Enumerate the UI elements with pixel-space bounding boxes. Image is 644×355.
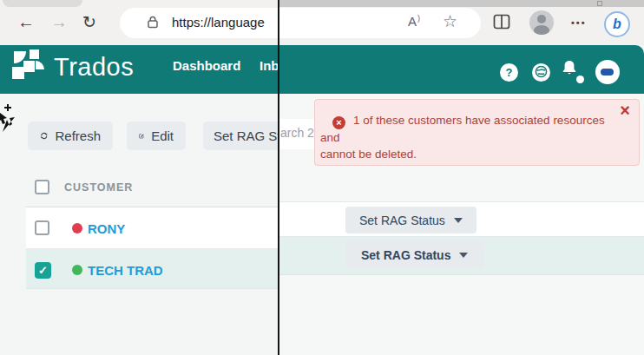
avatar-image: [601, 69, 614, 76]
read-aloud-arc: ): [417, 14, 420, 23]
brand-name[interactable]: Trados: [54, 53, 134, 82]
customer-link[interactable]: TECH TRAD: [88, 263, 163, 278]
notification-dot: [576, 76, 584, 83]
chevron-down-icon: [454, 218, 463, 223]
logo-shape: [23, 61, 35, 72]
edit-label: Edit: [151, 128, 174, 143]
help-icon[interactable]: ?: [500, 63, 518, 82]
mouse-cursor-icon: [0, 102, 17, 137]
row-checkbox[interactable]: [35, 220, 49, 235]
screenshot-root: ← → ↻ https://language A) ☆ ••• b Trados…: [0, 0, 644, 355]
rag-status-dot-green: [72, 265, 82, 275]
alert-line2: cannot be deleted.: [320, 148, 417, 161]
read-aloud-icon[interactable]: A): [408, 14, 419, 29]
overlay-window: arch 2 × ×1 of these customers have asso…: [279, 94, 644, 355]
table-row[interactable]: ✓ TECH TRAD: [26, 249, 278, 289]
nav-inbox[interactable]: Inb: [260, 58, 279, 73]
avatar-body: [534, 25, 549, 35]
overlay-table-row[interactable]: Set RAG Status: [279, 201, 644, 237]
trados-logo-icon[interactable]: [12, 49, 47, 88]
set-rag-status-dropdown[interactable]: Set RAG Status: [345, 207, 476, 233]
edit-button[interactable]: Edit: [127, 122, 186, 150]
refresh-label: Refresh: [55, 128, 101, 143]
customer-link[interactable]: RONY: [88, 221, 125, 236]
set-rag-label: Set RAG Stat: [214, 128, 281, 143]
read-aloud-letter: A: [408, 14, 417, 29]
alert-message: ×1 of these customers have associated re…: [315, 100, 639, 162]
customers-page: Refresh Edit Set RAG Stat CUSTOMER RONY …: [0, 94, 278, 355]
forward-icon: →: [50, 12, 68, 32]
app-header: Trados Dashboard Inb ?: [0, 45, 644, 94]
split-screen-icon[interactable]: [493, 14, 510, 33]
overlay-window-titlebar: [279, 0, 644, 7]
notifications-bell-icon[interactable]: [560, 59, 586, 85]
bing-chat-icon[interactable]: b: [604, 11, 630, 37]
avatar-head: [537, 15, 546, 23]
refresh-button[interactable]: Refresh: [28, 122, 113, 150]
refresh-icon: [40, 129, 48, 142]
alert-close-icon[interactable]: ×: [620, 101, 630, 120]
logo-shape: [36, 61, 44, 69]
favorite-star-icon[interactable]: ☆: [443, 11, 457, 31]
browser-profile-avatar[interactable]: [529, 10, 554, 35]
set-rag-status-toolbar-button[interactable]: Set RAG Stat: [203, 122, 281, 150]
browser-tab[interactable]: [3, 0, 82, 7]
select-all-checkbox[interactable]: [35, 180, 49, 194]
row-checkbox-checked[interactable]: ✓: [35, 262, 51, 279]
browser-menu-icon[interactable]: •••: [571, 17, 587, 28]
lock-icon[interactable]: [146, 15, 160, 33]
rag-status-dot-red: [72, 223, 82, 233]
search-fragment-text: arch 2: [280, 126, 314, 140]
reload-icon[interactable]: ↻: [82, 12, 96, 32]
logo-shape: [12, 67, 24, 79]
language-globe-icon[interactable]: [532, 63, 550, 82]
nav-dashboard[interactable]: Dashboard: [173, 58, 240, 73]
window-edge-divider: [278, 0, 279, 355]
set-rag-status-dropdown[interactable]: Set RAG Status: [345, 241, 483, 268]
window-maximize-icon[interactable]: [597, 1, 602, 6]
customer-column-header[interactable]: CUSTOMER: [64, 181, 133, 194]
url-text[interactable]: https://language: [172, 15, 265, 30]
set-rag-status-label: Set RAG Status: [361, 248, 450, 262]
chevron-down-icon: [459, 253, 468, 258]
user-avatar[interactable]: [595, 60, 620, 84]
set-rag-status-label: Set RAG Status: [359, 214, 445, 227]
alert-line1: 1 of these customers have associated res…: [320, 114, 605, 144]
overlay-table-row-selected[interactable]: Set RAG Status: [279, 237, 644, 275]
search-field-fragment[interactable]: arch 2: [279, 119, 317, 149]
error-alert: × ×1 of these customers have associated …: [314, 99, 640, 166]
edit-icon: [139, 129, 144, 142]
back-icon[interactable]: ←: [17, 12, 35, 32]
table-header-row: CUSTOMER: [26, 170, 278, 207]
error-icon: ×: [332, 116, 345, 129]
browser-chrome: ← → ↻ https://language A) ☆ ••• b: [0, 0, 644, 45]
logo-shape: [30, 49, 39, 59]
table-row[interactable]: RONY: [26, 207, 278, 249]
